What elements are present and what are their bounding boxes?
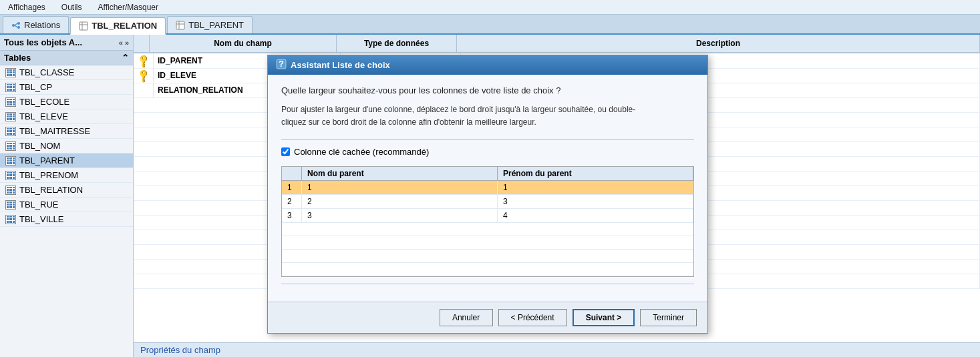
tab-tbl-parent[interactable]: TBL_PARENT <box>167 16 253 33</box>
key-icon-2: 🔑 <box>136 67 151 83</box>
top-menu-bar: Affichages Outils Afficher/Masquer <box>0 0 980 15</box>
table-icon-classe <box>5 68 16 77</box>
svg-line-4 <box>15 25 17 27</box>
next-button[interactable]: Suivant > <box>573 309 635 326</box>
key-icon-1: 🔑 <box>136 53 151 68</box>
sidebar-label-tbl-ville: TBL_VILLE <box>19 214 64 224</box>
choice-cell-id-3: 3 <box>282 209 302 222</box>
table-icon-parent-side <box>5 156 16 165</box>
menu-outils[interactable]: Outils <box>53 1 90 13</box>
tab-relations[interactable]: Relations <box>3 16 69 33</box>
sidebar-item-tbl-ecole[interactable]: TBL_ECOLE <box>0 95 133 109</box>
choice-cell-nom-2: 2 <box>302 195 498 208</box>
sidebar-label-tbl-nom: TBL_NOM <box>19 141 60 151</box>
choice-cell-prenom-2: 3 <box>498 195 693 208</box>
status-bar: Propriétés du champ <box>134 342 980 357</box>
tab-relations-label: Relations <box>24 20 60 30</box>
sidebar-label-tbl-parent: TBL_PARENT <box>19 155 75 165</box>
sidebar-item-tbl-rue[interactable]: TBL_RUE <box>0 198 133 212</box>
dialog-info: Pour ajuster la largeur d'une colonne, d… <box>281 103 694 129</box>
table-icon-ville <box>5 215 16 224</box>
sidebar-section-header: Tables ⌃ <box>0 51 133 65</box>
finish-button[interactable]: Terminer <box>640 309 697 326</box>
choice-col-header-prenom: Prénom du parent <box>498 167 693 180</box>
table-icon-maitresse <box>5 127 16 136</box>
sidebar-section-title: Tables <box>4 53 31 63</box>
dialog-title-bar: ? Assistant Liste de choix <box>268 55 707 75</box>
sidebar-label-tbl-relation: TBL_RELATION <box>19 185 83 195</box>
sidebar-item-tbl-maitresse[interactable]: TBL_MAITRESSE <box>0 124 133 139</box>
key-cell-3 <box>134 83 154 97</box>
svg-rect-5 <box>79 22 88 30</box>
svg-point-2 <box>17 26 20 29</box>
choice-row-empty-3 <box>282 250 693 263</box>
sidebar-item-tbl-classe[interactable]: TBL_CLASSE <box>0 65 133 80</box>
sidebar-item-tbl-prenom[interactable]: TBL_PRENOM <box>0 168 133 183</box>
relations-icon <box>11 21 21 30</box>
choice-table-header: Nom du parent Prénom du parent <box>282 167 693 181</box>
sidebar-item-tbl-nom[interactable]: TBL_NOM <box>0 139 133 153</box>
table-icon-relation-side <box>5 186 16 195</box>
choice-row-2[interactable]: 2 2 3 <box>282 195 693 209</box>
sidebar-label-tbl-maitresse: TBL_MAITRESSE <box>19 126 90 136</box>
choice-col-header-nom: Nom du parent <box>302 167 498 180</box>
column-headers: Nom du champ Type de données Description <box>134 35 980 53</box>
svg-point-0 <box>12 24 15 27</box>
svg-text:?: ? <box>279 59 284 69</box>
choice-cell-id-2: 2 <box>282 195 302 208</box>
table-icon-prenom <box>5 171 16 180</box>
choice-row-3[interactable]: 3 3 4 <box>282 209 693 223</box>
content-area: Nom du champ Type de données Description… <box>134 35 980 357</box>
choice-row-empty-1 <box>282 223 693 236</box>
sidebar-label-tbl-prenom: TBL_PRENOM <box>19 170 78 180</box>
menu-affichages[interactable]: Affichages <box>0 1 53 13</box>
dialog-question: Quelle largeur souhaitez-vous pour les c… <box>281 85 694 95</box>
menu-afficher-masquer[interactable]: Afficher/Masquer <box>90 1 167 13</box>
cancel-button[interactable]: Annuler <box>440 309 493 326</box>
sidebar: Tous les objets A... « » Tables ⌃ TBL_CL… <box>0 35 134 357</box>
all-objects-label[interactable]: Tous les objets A... <box>4 37 82 47</box>
hidden-key-checkbox[interactable] <box>281 147 290 156</box>
sidebar-label-tbl-rue: TBL_RUE <box>19 200 59 210</box>
svg-line-3 <box>15 23 17 25</box>
svg-point-1 <box>17 22 20 25</box>
choice-row-empty-2 <box>282 236 693 250</box>
table-icon-relation <box>79 21 88 31</box>
tab-tbl-relation[interactable]: TBL_RELATION <box>70 17 166 35</box>
dialog-separator-top <box>281 139 694 140</box>
col-header-type: Type de données <box>337 35 457 52</box>
status-text: Propriétés du champ <box>140 345 220 355</box>
dialog-body: Quelle largeur souhaitez-vous pour les c… <box>268 75 707 302</box>
table-icon-ecole <box>5 97 16 107</box>
table-icon-rue <box>5 200 16 210</box>
sidebar-collapse-btn[interactable]: « » <box>119 39 129 47</box>
tab-tbl-relation-label: TBL_RELATION <box>92 21 157 31</box>
dialog-title-icon: ? <box>276 59 287 71</box>
svg-rect-8 <box>176 21 184 29</box>
table-icon-eleve <box>5 112 16 121</box>
sidebar-label-tbl-cp: TBL_CP <box>19 82 52 92</box>
sidebar-item-tbl-relation[interactable]: TBL_RELATION <box>0 183 133 198</box>
sidebar-item-tbl-ville[interactable]: TBL_VILLE <box>0 212 133 227</box>
hidden-key-label[interactable]: Colonne clé cachée (recommandé) <box>294 147 429 157</box>
dialog-separator-bottom <box>281 284 694 284</box>
sidebar-item-tbl-parent[interactable]: TBL_PARENT <box>0 153 133 168</box>
col-header-name: Nom du champ <box>150 35 337 52</box>
dialog-title-text: Assistant Liste de choix <box>291 60 390 70</box>
choice-cell-nom-3: 3 <box>302 209 498 222</box>
dialog-footer: Annuler < Précédent Suivant > Terminer <box>268 302 707 333</box>
key-cell-1: 🔑 <box>134 53 154 68</box>
sidebar-item-tbl-eleve[interactable]: TBL_ELEVE <box>0 109 133 124</box>
key-cell-2: 🔑 <box>134 68 154 83</box>
table-icon-parent <box>176 21 185 30</box>
choice-cell-prenom-1: 1 <box>498 181 693 194</box>
choice-row-empty-4 <box>282 263 693 276</box>
prev-button[interactable]: < Précédent <box>498 309 567 326</box>
sidebar-label-tbl-eleve: TBL_ELEVE <box>19 111 68 121</box>
sidebar-item-tbl-cp[interactable]: TBL_CP <box>0 80 133 95</box>
sidebar-label-tbl-classe: TBL_CLASSE <box>19 67 74 77</box>
main-layout: Tous les objets A... « » Tables ⌃ TBL_CL… <box>0 35 980 357</box>
choice-row-1[interactable]: 1 1 1 <box>282 181 693 195</box>
table-icon-nom <box>5 141 16 151</box>
tab-tbl-parent-label: TBL_PARENT <box>188 20 244 30</box>
